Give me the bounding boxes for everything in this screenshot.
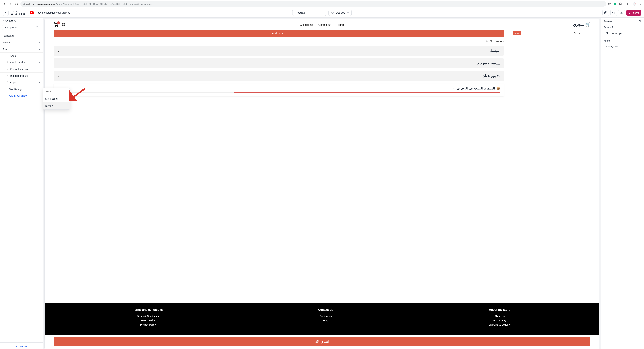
footer-link[interactable]: Return Policy [133,319,163,322]
preview-canvas: 0 Collections Contact us Home متجري 🛒 [43,18,601,349]
drag-handle-icon[interactable]: ⠿ [6,68,8,70]
side-panel-icon[interactable] [625,2,630,6]
svg-rect-1 [24,3,25,4]
add-section-button[interactable]: Add Section [0,342,42,349]
footer-link[interactable]: Shipping & Delivery [488,323,510,326]
shield-icon[interactable] [613,2,616,6]
nav-collections[interactable]: Collections [300,23,313,26]
footer-link[interactable]: Privacy Policy [133,323,163,326]
footer-col-about: About the store About us How To Pay Ship… [488,308,510,328]
sidebar-item-related-products[interactable]: ⠿Related products [0,72,42,79]
site-footer: Terms and conditions Terms & Conditions … [44,303,599,335]
svg-rect-3 [24,4,25,5]
chevron-down-icon [347,12,349,14]
site-search-icon[interactable] [62,22,66,27]
url-path: /admin/themes/st_2axD1K3Mt1XLEGqwNX0HobG… [56,3,154,6]
svg-point-17 [62,23,65,26]
svg-point-8 [640,4,641,4]
svg-point-13 [36,26,38,28]
sidebar-item-apps[interactable]: ⠿Apps [0,53,42,59]
author-input[interactable]: Anonymous [604,43,642,50]
sidebar-search-input[interactable] [2,24,40,31]
footer-col-contact: Contact-us Contact us FAQ [318,308,333,328]
howto-button[interactable]: How to customize your theme? [27,10,73,16]
block-picker-search[interactable] [43,88,70,95]
buy-now-button[interactable]: اشتري الآن [54,337,590,346]
svg-point-7 [640,3,641,4]
sidebar-item-apps-expanded[interactable]: ⠿Apps▾ [0,79,42,86]
chevron-right-icon: ▸ [39,41,40,44]
extensions-icon[interactable] [619,2,622,6]
svg-rect-4 [628,3,630,5]
page-selector-dropdown[interactable]: Products [292,10,326,16]
product-name-hint: Fifth p [574,32,580,34]
sidebar-item-notice-bar[interactable]: Notice bar [0,33,42,39]
sidebar-item-footer[interactable]: Footer▸ [0,46,42,53]
svg-point-12 [621,12,622,13]
product-image-placeholder: جديد Fifth p [511,30,590,98]
author-label: Author [604,39,642,42]
preview-heading[interactable]: PREVIEW [0,18,42,23]
sidebar-item-single-product[interactable]: ⠿Single product▸ [0,59,42,66]
bookmark-star-icon[interactable] [608,2,611,6]
url-host: seller-area.youcanshop.dev [26,3,55,6]
sidebar-item-navbar[interactable]: Navbar▸ [0,39,42,46]
stock-indicator: 📦 المنتجات المتبقية في المخزون: 4 [54,84,504,96]
footer-link[interactable]: How To Pay [488,319,510,322]
browser-menu-icon[interactable] [639,2,642,6]
chevron-right-icon: ▸ [39,48,40,50]
preview-eye-button[interactable] [618,10,625,16]
save-button[interactable]: Save [626,10,642,16]
add-block-link[interactable]: Add Block (1/50) [0,92,42,99]
site-settings-icon [23,3,25,5]
svg-rect-0 [23,3,24,4]
profile-avatar-icon[interactable] [633,2,636,6]
app-top-bar: Theme Aura - 3.0.8 How to customize your… [0,8,644,18]
sidebar-item-product-reviews[interactable]: ⠿Product reviews [0,66,42,72]
block-picker-popup: Star Rating Review [43,88,70,110]
accordion-return-policy[interactable]: سياسة الاسترجاع⌄ [54,58,504,68]
footer-link[interactable]: About us [488,315,510,318]
accordion-delivery[interactable]: التوصيل⌄ [54,46,504,56]
product-new-badge: جديد [513,31,521,35]
nav-contact[interactable]: Contact us [318,23,331,26]
site-frame: 0 Collections Contact us Home متجري 🛒 [44,20,599,349]
chevron-down-icon: ⌄ [57,49,60,52]
footer-link[interactable]: Terms & Conditions [133,315,163,318]
cart-emoji-icon: 🛒 [585,22,590,27]
sidebar-subitem-star-rating[interactable]: Star Rating [0,86,42,92]
add-to-cart-button[interactable]: Add to cart [54,30,504,37]
panel-close-button[interactable] [638,20,642,23]
chevron-down-icon: ⌄ [57,74,60,78]
block-option-star-rating[interactable]: Star Rating [43,95,70,102]
browser-forward-button[interactable] [8,2,13,6]
svg-point-15 [55,26,56,26]
svg-rect-2 [23,4,24,5]
browser-url-bar[interactable]: seller-area.youcanshop.dev/admin/themes/… [20,1,606,7]
theme-back-button[interactable] [2,10,8,16]
accordion-warranty[interactable]: 30 يوم ضمان⌄ [54,71,504,81]
sticky-buy-bar: اشتري الآن [44,335,599,349]
drag-handle-icon[interactable]: ⠿ [6,61,8,64]
review-text-label: Review Text [604,26,642,28]
code-button[interactable] [610,10,617,16]
review-text-input[interactable]: No reviews yet. [604,30,642,36]
product-description: The fifth product [54,40,504,43]
device-selector-dropdown[interactable]: Desktop [328,10,352,16]
drag-handle-icon[interactable]: ⠿ [6,74,8,77]
site-nav: Collections Contact us Home [300,23,344,26]
drag-handle-icon[interactable]: ⠿ [6,55,8,57]
save-icon [629,11,632,14]
site-logo[interactable]: متجري 🛒 [573,22,590,27]
drag-handle-icon[interactable]: ⠿ [6,81,8,84]
settings-button[interactable] [602,10,609,16]
nav-home[interactable]: Home [337,23,344,26]
cart-icon[interactable]: 0 [54,22,58,27]
footer-link[interactable]: FAQ [318,319,333,322]
browser-back-button[interactable] [2,2,7,6]
footer-link[interactable]: Contact us [318,315,333,318]
block-option-review[interactable]: Review [43,102,70,110]
svg-rect-10 [332,12,334,13]
footer-col-terms: Terms and conditions Terms & Conditions … [133,308,163,328]
browser-reload-button[interactable] [14,2,19,6]
